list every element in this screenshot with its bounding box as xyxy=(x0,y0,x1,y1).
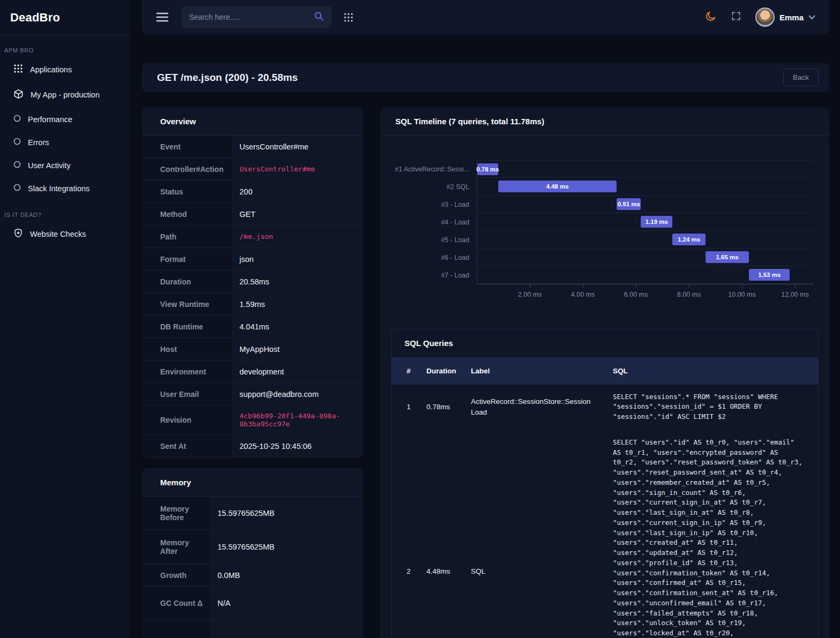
navbar-right: Emma xyxy=(705,7,815,27)
timeline-bar[interactable]: 1.65 ms xyxy=(706,251,749,263)
right-column: SQL Timeline (7 queries, total 11.78ms) … xyxy=(380,107,829,638)
query-sql: SELECT "sessions".* FROM "sessions" WHER… xyxy=(613,385,818,430)
user-menu[interactable]: Emma xyxy=(755,7,815,27)
row-value: 1.59ms xyxy=(232,293,363,315)
chart-lane: #5 - Load 1.24 ms xyxy=(380,231,813,249)
search-input[interactable] xyxy=(189,13,313,21)
overview-header: Overview xyxy=(142,107,363,136)
chart-lane: #1 ActiveRecord::Sessi... 0.78 ms xyxy=(380,160,813,178)
x-tick-label: 4.00 ms xyxy=(571,291,595,298)
table-row: HostMyAppHost xyxy=(142,338,363,361)
memory-header: Memory xyxy=(142,468,363,497)
page-header: GET /me.json (200) - 20.58ms Back xyxy=(142,63,829,92)
row-label: Growth xyxy=(142,564,210,586)
lane-label: #6 - Load xyxy=(380,249,477,266)
row-label xyxy=(142,620,210,638)
row-value: 20.58ms xyxy=(232,271,363,292)
row-label: GC Count Δ xyxy=(142,587,210,619)
x-tick-label: 2.00 ms xyxy=(518,291,542,298)
table-row: DB Runtime4.041ms xyxy=(142,316,363,338)
table-row: Duration20.58ms xyxy=(142,271,363,293)
search-box xyxy=(182,6,332,28)
sidebar-item-performance[interactable]: Performance xyxy=(0,108,130,131)
moon-icon[interactable] xyxy=(705,10,717,24)
apps-grid-icon[interactable] xyxy=(343,12,354,22)
x-tick-label: 10.00 ms xyxy=(728,291,755,298)
x-tick-label: 12.00 ms xyxy=(781,291,808,298)
table-row: Growth0.0MB xyxy=(142,564,363,587)
search-icon[interactable] xyxy=(313,11,324,24)
page-title: GET /me.json (200) - 20.58ms xyxy=(157,72,298,84)
row-label: Revision xyxy=(142,406,232,434)
query-label: ActiveRecord::SessionStore::Session Load xyxy=(471,385,613,430)
sidebar-item-user-activity[interactable]: User Activity xyxy=(0,154,130,177)
timeline-bar[interactable]: 1.19 ms xyxy=(641,216,672,228)
table-row: Formatjson xyxy=(142,248,363,271)
column-header: SQL xyxy=(613,358,818,385)
sidebar-item-slack-integrations[interactable]: Slack Integrations xyxy=(0,177,130,200)
sidebar-item-label: Slack Integrations xyxy=(28,184,89,193)
sql-timeline-chart: #1 ActiveRecord::Sessi... 0.78 ms #2 SQL… xyxy=(380,136,829,307)
table-row: Environmentdevelopment xyxy=(142,361,363,383)
row-value: N/A xyxy=(210,587,363,619)
sidebar-item-website-checks[interactable]: Website Checks xyxy=(0,221,130,246)
table-row: Sent At2025-10-25 10:45:06 xyxy=(142,435,363,457)
lane-label: #3 - Load xyxy=(380,196,477,213)
package-icon xyxy=(13,89,24,101)
circle-icon xyxy=(13,138,21,147)
row-label: Method xyxy=(142,203,232,225)
sidebar-item-applications[interactable]: Applications xyxy=(0,57,130,82)
overview-title: Overview xyxy=(160,117,196,126)
table-row: Controller#ActionUsersController#me xyxy=(142,158,363,181)
row-label: Host xyxy=(142,338,232,360)
row-value: 200 xyxy=(232,181,363,202)
table-header-row: # Duration Label SQL xyxy=(392,358,818,385)
sql-timeline-card: SQL Timeline (7 queries, total 11.78ms) … xyxy=(380,107,829,638)
sidebar-section-header: IS IT DEAD? xyxy=(0,212,130,221)
query-duration: 0.78ms xyxy=(426,385,471,430)
sidebar-item-label: Website Checks xyxy=(30,230,86,238)
fullscreen-icon[interactable] xyxy=(731,11,741,24)
circle-icon xyxy=(13,184,21,193)
avatar xyxy=(755,7,775,27)
sql-timeline-title: SQL Timeline (7 queries, total 11.78ms) xyxy=(395,117,544,126)
row-label: User Email xyxy=(142,383,232,405)
top-navbar: Emma xyxy=(142,0,829,34)
table-row: Revision4cb96b99-20f1-449a-898a-8b3ba95c… xyxy=(142,406,363,435)
shield-plus-icon xyxy=(13,228,23,239)
table-row: 1 0.78ms ActiveRecord::SessionStore::Ses… xyxy=(392,385,818,430)
chart-lane: #3 - Load 0.91 ms xyxy=(380,196,813,213)
logo-wrap: DeadBro xyxy=(0,0,130,35)
table-row: User Emailsupport@deadbro.com xyxy=(142,383,363,406)
table-row: EventUsersController#me xyxy=(142,136,363,158)
row-label: Memory After xyxy=(142,530,210,564)
timeline-bar[interactable]: 1.24 ms xyxy=(672,234,705,245)
sql-queries-panel: SQL Queries # Duration Label SQL 1 xyxy=(391,329,819,638)
table-row: Memory After15.59765625MB xyxy=(142,530,363,564)
sidebar-item-errors[interactable]: Errors xyxy=(0,131,130,154)
table-row: 2 4.48ms SQL SELECT "users"."id" AS t0_r… xyxy=(392,430,818,638)
lane-label: #2 SQL xyxy=(380,178,477,196)
query-number: 1 xyxy=(392,385,426,430)
grid-icon xyxy=(13,64,23,75)
row-label: Environment xyxy=(142,361,232,382)
timeline-bar[interactable]: 4.48 ms xyxy=(498,181,617,192)
x-tick-label: 8.00 ms xyxy=(677,291,701,298)
sidebar-section-apm: APM BRO Applications My App - production… xyxy=(0,35,130,200)
hamburger-icon[interactable] xyxy=(156,12,169,22)
row-label: Duration xyxy=(142,271,232,292)
x-tick-label: 6.00 ms xyxy=(624,291,648,298)
table-row: MethodGET xyxy=(142,203,363,226)
row-value: 0.0MB xyxy=(210,564,363,586)
timeline-bar[interactable]: 0.78 ms xyxy=(477,163,498,175)
timeline-bar[interactable]: 1.53 ms xyxy=(749,269,790,281)
column-header: Label xyxy=(471,358,613,385)
chart-lane: #2 SQL 4.48 ms xyxy=(380,178,813,196)
sidebar-section-isitdead: IS IT DEAD? Website Checks xyxy=(0,200,130,246)
timeline-bar[interactable]: 0.91 ms xyxy=(617,198,641,210)
sidebar-item-label: Performance xyxy=(28,115,72,124)
sidebar-item-my-app[interactable]: My App - production xyxy=(0,82,130,108)
row-label: Status xyxy=(142,181,232,202)
app-logo: DeadBro xyxy=(10,11,60,25)
back-button[interactable]: Back xyxy=(783,69,819,86)
